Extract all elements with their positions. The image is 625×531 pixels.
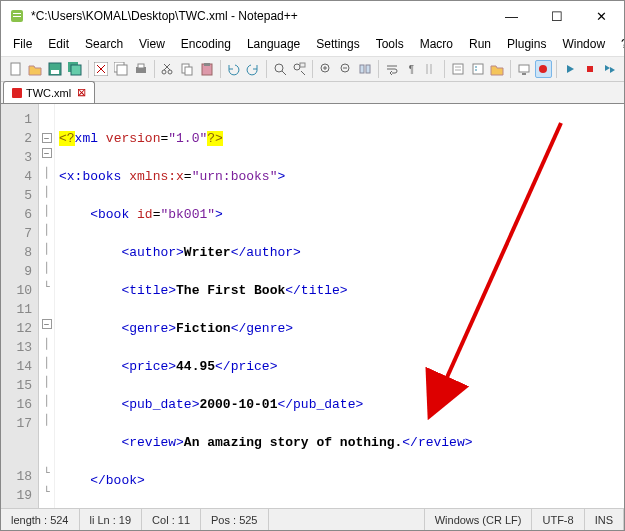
svg-rect-12 — [117, 65, 127, 75]
svg-rect-1 — [13, 13, 21, 14]
status-eol[interactable]: Windows (CR LF) — [425, 509, 533, 530]
open-file-icon[interactable] — [27, 60, 45, 78]
svg-rect-20 — [185, 67, 192, 75]
stop-record-icon[interactable] — [581, 60, 599, 78]
svg-rect-5 — [51, 70, 59, 74]
menu-encoding[interactable]: Encoding — [175, 35, 237, 53]
show-all-chars-icon[interactable]: ¶ — [403, 60, 421, 78]
svg-rect-14 — [138, 64, 144, 68]
svg-rect-42 — [519, 65, 529, 72]
file-tab[interactable]: TWC.xml ⊠ — [3, 81, 95, 103]
zoom-out-icon[interactable] — [337, 60, 355, 78]
tab-bar: TWC.xml ⊠ — [1, 82, 624, 104]
status-col: Col : 11 — [142, 509, 201, 530]
menu-edit[interactable]: Edit — [42, 35, 75, 53]
line-gutter: 12345678910111213141516171819 — [1, 104, 39, 508]
app-icon — [9, 8, 25, 24]
svg-rect-45 — [587, 66, 593, 72]
menu-bar: File Edit Search View Encoding Language … — [1, 31, 624, 57]
tab-close-icon[interactable]: ⊠ — [77, 86, 86, 99]
replace-icon[interactable] — [290, 60, 308, 78]
menu-view[interactable]: View — [133, 35, 171, 53]
svg-point-15 — [162, 70, 166, 74]
status-insert-mode[interactable]: INS — [585, 509, 624, 530]
tab-label: TWC.xml — [26, 87, 71, 99]
indent-guide-icon[interactable] — [422, 60, 440, 78]
status-line: li Ln : 19 — [80, 509, 143, 530]
doc-map-icon[interactable] — [449, 60, 467, 78]
run-multiple-icon[interactable] — [601, 60, 619, 78]
copy-icon[interactable] — [178, 60, 196, 78]
svg-rect-7 — [71, 65, 81, 75]
svg-line-24 — [282, 71, 286, 75]
minimize-button[interactable]: — — [489, 1, 534, 31]
title-bar: *C:\Users\KOMAL\Desktop\TWC.xml - Notepa… — [1, 1, 624, 31]
folder-view-icon[interactable] — [488, 60, 506, 78]
undo-icon[interactable] — [225, 60, 243, 78]
print-icon[interactable] — [132, 60, 150, 78]
menu-settings[interactable]: Settings — [310, 35, 365, 53]
svg-point-25 — [294, 64, 300, 70]
monitor-icon[interactable] — [515, 60, 533, 78]
svg-point-44 — [539, 65, 547, 73]
menu-file[interactable]: File — [7, 35, 38, 53]
menu-plugins[interactable]: Plugins — [501, 35, 552, 53]
menu-language[interactable]: Language — [241, 35, 306, 53]
editor[interactable]: 12345678910111213141516171819 − − ││││││… — [1, 104, 624, 508]
svg-rect-36 — [453, 64, 463, 74]
wrap-icon[interactable] — [383, 60, 401, 78]
code-area[interactable]: <?xml version="1.0"?> <x:books xmlns:x="… — [55, 104, 624, 508]
menu-window[interactable]: Window — [556, 35, 611, 53]
svg-rect-2 — [13, 16, 21, 17]
save-all-icon[interactable] — [66, 60, 84, 78]
play-macro-icon[interactable] — [561, 60, 579, 78]
unsaved-dot-icon — [12, 88, 22, 98]
svg-point-23 — [275, 64, 283, 72]
redo-icon[interactable] — [244, 60, 262, 78]
save-icon[interactable] — [46, 60, 64, 78]
close-button[interactable]: ✕ — [579, 1, 624, 31]
function-list-icon[interactable] — [469, 60, 487, 78]
new-file-icon[interactable] — [7, 60, 25, 78]
menu-search[interactable]: Search — [79, 35, 129, 53]
paste-icon[interactable] — [198, 60, 216, 78]
cut-icon[interactable] — [159, 60, 177, 78]
close-file-icon[interactable] — [93, 60, 111, 78]
svg-rect-22 — [204, 63, 210, 66]
status-bar: length : 524 li Ln : 19 Col : 11 Pos : 5… — [1, 508, 624, 530]
svg-rect-43 — [522, 73, 526, 75]
menu-tools[interactable]: Tools — [370, 35, 410, 53]
toolbar: ¶ — [1, 57, 624, 82]
menu-macro[interactable]: Macro — [414, 35, 459, 53]
zoom-in-icon[interactable] — [317, 60, 335, 78]
record-macro-icon[interactable] — [535, 60, 553, 78]
status-encoding[interactable]: UTF-8 — [532, 509, 584, 530]
svg-rect-32 — [360, 65, 364, 73]
sync-scroll-icon[interactable] — [356, 60, 374, 78]
fold-gutter[interactable]: − − ││││││└ − │││││ └└ — [39, 104, 55, 508]
status-pos: Pos : 525 — [201, 509, 268, 530]
maximize-button[interactable]: ☐ — [534, 1, 579, 31]
menu-run[interactable]: Run — [463, 35, 497, 53]
find-icon[interactable] — [271, 60, 289, 78]
window-title: *C:\Users\KOMAL\Desktop\TWC.xml - Notepa… — [31, 9, 489, 23]
menu-help[interactable]: ? — [615, 35, 625, 53]
svg-rect-26 — [300, 63, 305, 67]
close-all-icon[interactable] — [112, 60, 130, 78]
svg-rect-39 — [473, 64, 483, 74]
svg-point-16 — [168, 70, 172, 74]
svg-rect-33 — [366, 65, 370, 73]
svg-rect-3 — [11, 63, 20, 75]
status-length: length : 524 — [1, 509, 80, 530]
